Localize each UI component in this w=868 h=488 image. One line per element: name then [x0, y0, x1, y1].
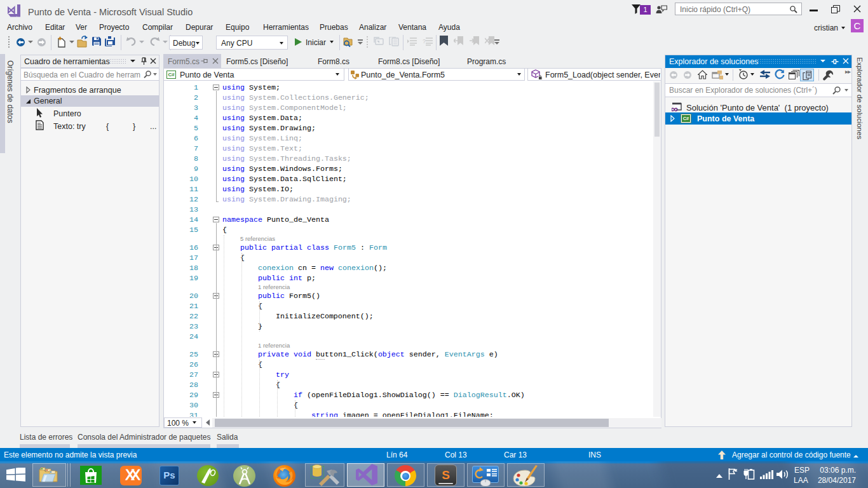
svg-text:?: ?: [423, 38, 426, 44]
svg-text:∞: ∞: [672, 104, 678, 112]
